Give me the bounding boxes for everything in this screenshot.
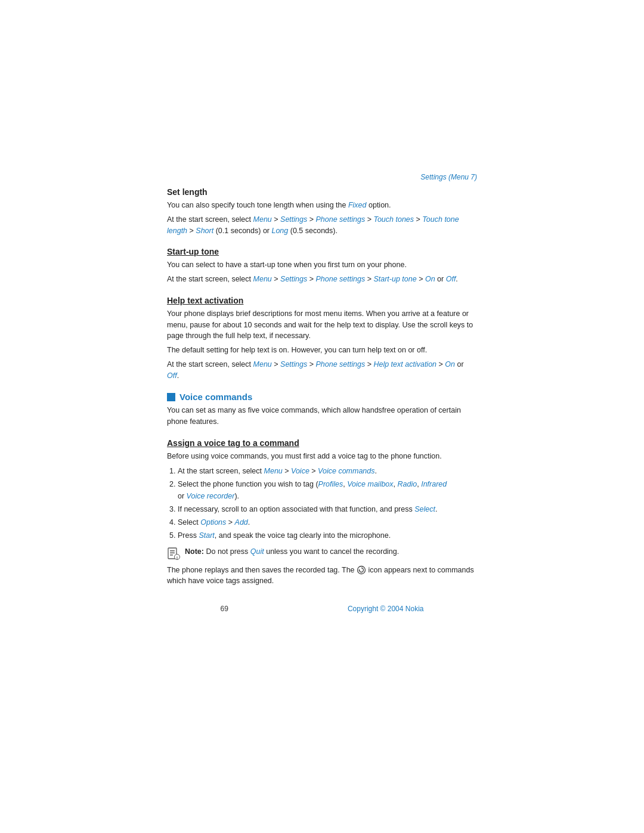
note-box: i Note: Do not press Quit unless you wan… [167,546,477,560]
set-length-title: Set length [167,187,477,197]
page-footer: 69 Copyright © 2004 Nokia [167,605,477,613]
svg-marker-7 [358,569,360,571]
help-text-body2: The default setting for help text is on.… [167,345,477,356]
voice-commands-title: Voice commands [167,392,477,402]
section-assign-voice: Assign a voice tag to a command Before u… [167,438,477,587]
section-startup-tone: Start-up tone You can select to have a s… [167,247,477,285]
help-text-body1: Your phone displays brief descriptions f… [167,308,477,342]
set-length-body2: At the start screen, select Menu > Setti… [167,214,477,237]
note-text: Note: Do not press Quit unless you want … [185,546,399,558]
step-5: Press Start, and speak the voice tag cle… [178,529,477,541]
section-set-length: Set length You can also specify touch to… [167,187,477,236]
step-4: Select Options > Add. [178,516,477,528]
page: Settings (Menu 7) Set length You can als… [0,0,644,833]
svg-rect-3 [170,555,173,556]
blue-square-icon [167,393,175,401]
startup-body2: At the start screen, select Menu > Setti… [167,274,477,285]
help-text-body3: At the start screen, select Menu > Setti… [167,359,477,382]
help-text-title: Help text activation [167,296,477,305]
set-length-body1: You can also specify touch tone length w… [167,200,477,211]
startup-tone-title: Start-up tone [167,247,477,256]
svg-text:i: i [177,555,178,559]
step-3: If necessary, scroll to an option associ… [178,503,477,515]
settings-label: Settings (Menu 7) [167,173,477,181]
assign-voice-steps: At the start screen, select Menu > Voice… [178,465,477,541]
note-icon: i [167,547,180,560]
assign-voice-footer: The phone replays and then saves the rec… [167,565,477,587]
step-2: Select the phone function you wish to ta… [178,478,477,502]
section-help-text: Help text activation Your phone displays… [167,296,477,382]
footer-copyright: Copyright © 2004 Nokia [348,605,424,613]
assign-voice-title: Assign a voice tag to a command [167,438,477,448]
voice-commands-body1: You can set as many as five voice comman… [167,405,477,428]
voice-tag-icon [357,565,366,575]
footer-page-number: 69 [221,605,228,613]
svg-rect-1 [170,550,175,552]
startup-body1: You can select to have a start-up tone w… [167,259,477,271]
content-area: Settings (Menu 7) Set length You can als… [167,0,477,661]
assign-voice-intro: Before using voice commands, you must fi… [167,451,477,462]
section-voice-commands: Voice commands You can set as many as fi… [167,392,477,428]
step-1: At the start screen, select Menu > Voice… [178,465,477,477]
svg-rect-2 [170,552,175,553]
